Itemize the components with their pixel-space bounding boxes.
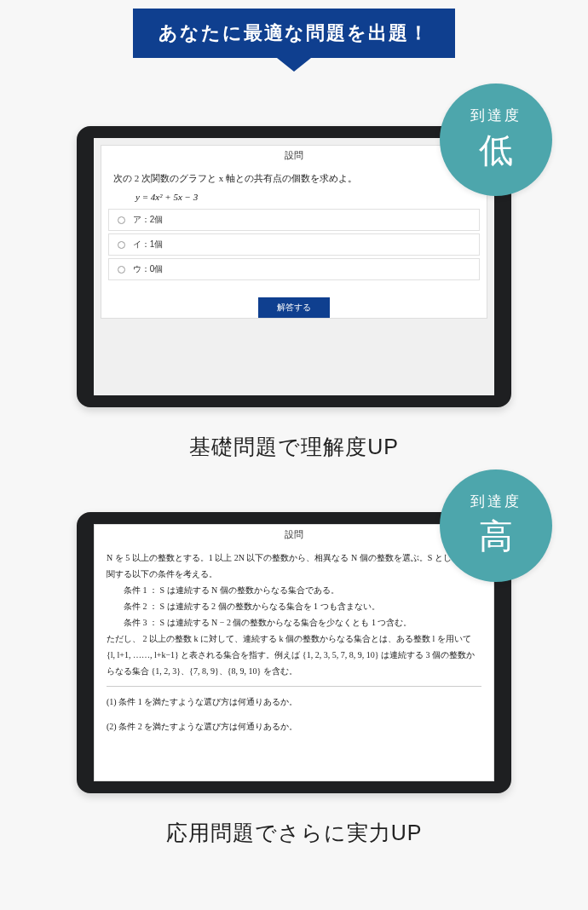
quiz2-cond3: 条件 3 ： S は連続する N − 2 個の整数からなる集合を少なくとも 1 … [107, 614, 481, 631]
radio-icon [118, 241, 125, 249]
badge-level: 高 [479, 513, 513, 560]
quiz2-q1: (1) 条件 1 を満たすような選び方は何通りあるか。 [107, 694, 481, 710]
radio-icon [118, 216, 125, 224]
quiz1-header: 設問 [101, 146, 487, 165]
answer-button[interactable]: 解答する [258, 297, 330, 318]
tablet-advanced: 設問 N を 5 以上の整数とする。1 以上 2N 以下の整数から、相異なる N… [77, 512, 511, 793]
option-label: イ：1個 [133, 239, 164, 249]
quiz1-question: 次の 2 次関数のグラフと x 軸との共有点の個数を求めよ。 [101, 165, 487, 188]
badge-label: 到達度 [470, 106, 522, 125]
caption-advanced: 応用問題でさらに実力UP [0, 819, 588, 847]
quiz1-formula: y = 4x² + 5x − 3 [101, 188, 487, 209]
quiz1-option-i[interactable]: イ：1個 [108, 233, 480, 256]
badge-level: 低 [479, 127, 513, 174]
quiz1-option-u[interactable]: ウ：0個 [108, 258, 480, 280]
banner-text: あなたに最適な問題を出題！ [159, 22, 429, 43]
top-banner: あなたに最適な問題を出題！ [133, 9, 455, 58]
quiz2-header: 設問 [95, 525, 493, 544]
caption-basic: 基礎問題で理解度UP [0, 433, 588, 461]
divider [107, 686, 481, 687]
quiz2-cond1: 条件 1 ： S は連続する N 個の整数からなる集合である。 [107, 582, 481, 598]
quiz2-q2: (2) 条件 2 を満たすような選び方は何通りあるか。 [107, 718, 481, 734]
option-label: ア：2個 [133, 215, 164, 224]
radio-icon [118, 266, 125, 274]
achievement-badge-high: 到達度 高 [440, 469, 552, 582]
quiz2-note: ただし、 2 以上の整数 k に対して、連続する k 個の整数からなる集合とは、… [107, 631, 481, 679]
quiz2-cond2: 条件 2 ： S は連続する 2 個の整数からなる集合を 1 つも含まない。 [107, 598, 481, 614]
option-label: ウ：0個 [133, 264, 164, 274]
badge-label: 到達度 [470, 492, 522, 511]
quiz1-option-a[interactable]: ア：2個 [108, 209, 480, 231]
tablet-basic: 設問 次の 2 次関数のグラフと x 軸との共有点の個数を求めよ。 y = 4x… [77, 126, 511, 407]
quiz2-intro: N を 5 以上の整数とする。1 以上 2N 以下の整数から、相異なる N 個の… [107, 550, 481, 582]
achievement-badge-low: 到達度 低 [440, 84, 552, 196]
